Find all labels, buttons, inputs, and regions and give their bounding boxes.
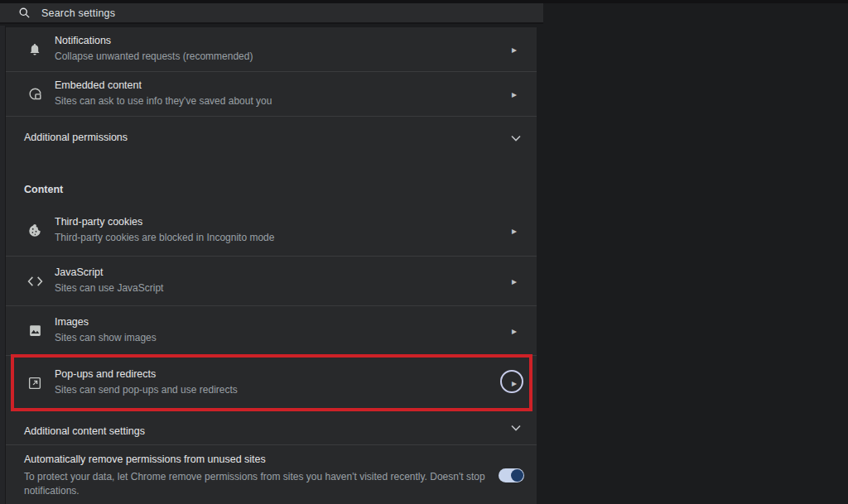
row-subtitle: Sites can send pop-ups and use redirects <box>55 384 537 396</box>
row-subtitle: Sites can show images <box>55 332 537 344</box>
bell-icon <box>26 41 44 59</box>
row-subtitle: Sites can ask to use info they've saved … <box>55 95 537 108</box>
popup-icon <box>26 374 44 392</box>
expander-label: Additional permissions <box>24 132 128 143</box>
cookie-icon <box>26 222 44 240</box>
code-icon <box>26 272 44 290</box>
expander-additional-content-settings[interactable]: Additional content settings <box>6 412 537 444</box>
row-auto-remove-permissions: Automatically remove permissions from un… <box>6 446 537 504</box>
toggle-knob <box>511 469 523 482</box>
chevron-down-icon <box>511 425 521 431</box>
toggle-row-title: Automatically remove permissions from un… <box>24 454 488 466</box>
window-left-edge <box>0 26 6 504</box>
chevron-right-icon: ▸ <box>512 326 517 336</box>
row-title: JavaScript <box>55 266 537 279</box>
section-header-content: Content <box>24 184 63 195</box>
search-icon <box>18 7 31 19</box>
chevron-right-icon: ▸ <box>512 378 517 388</box>
row-subtitle: Sites can use JavaScript <box>55 282 537 295</box>
embedded-content-icon <box>26 85 44 103</box>
settings-search-bar[interactable]: Search settings <box>0 3 543 24</box>
row-popups-and-redirects[interactable]: Pop-ups and redirects Sites can send pop… <box>6 356 537 410</box>
chevron-right-icon: ▸ <box>512 89 517 99</box>
divider <box>6 444 537 445</box>
toggle-row-description: To protect your data, let Chrome remove … <box>24 470 488 498</box>
row-title: Pop-ups and redirects <box>55 368 537 381</box>
row-notifications[interactable]: Notifications Collapse unwanted requests… <box>6 27 537 71</box>
image-icon <box>26 322 44 340</box>
expander-additional-permissions[interactable]: Additional permissions <box>6 117 537 160</box>
row-title: Notifications <box>55 35 537 47</box>
row-subtitle: Collapse unwanted requests (recommended) <box>55 50 537 63</box>
row-title: Images <box>55 316 537 329</box>
chevron-right-icon: ▸ <box>512 45 517 55</box>
chevron-right-icon: ▸ <box>512 276 517 286</box>
auto-remove-toggle[interactable] <box>499 468 524 482</box>
expander-label: Additional content settings <box>24 425 145 437</box>
row-title: Embedded content <box>55 79 537 92</box>
chevron-right-icon: ▸ <box>512 226 517 236</box>
row-title: Third-party cookies <box>55 216 537 228</box>
row-images[interactable]: Images Sites can show images ▸ <box>6 306 537 355</box>
row-javascript[interactable]: JavaScript Sites can use JavaScript ▸ <box>6 257 537 305</box>
search-input[interactable]: Search settings <box>41 7 115 19</box>
chevron-down-icon <box>511 135 521 142</box>
row-third-party-cookies[interactable]: Third-party cookies Third-party cookies … <box>6 205 537 256</box>
site-settings-panel: Notifications Collapse unwanted requests… <box>6 27 537 504</box>
row-embedded-content[interactable]: Embedded content Sites can ask to use in… <box>6 72 537 116</box>
row-subtitle: Third-party cookies are blocked in Incog… <box>55 232 537 244</box>
